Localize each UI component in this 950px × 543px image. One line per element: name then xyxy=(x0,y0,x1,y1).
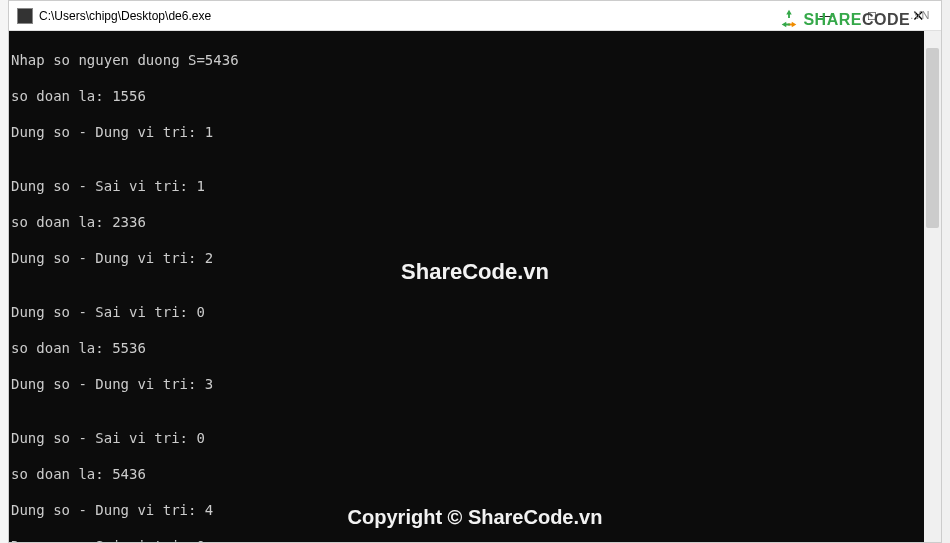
maximize-button[interactable]: □ xyxy=(849,1,895,30)
close-button[interactable]: ✕ xyxy=(895,1,941,30)
console-line: so doan la: 1556 xyxy=(9,87,924,105)
console-output[interactable]: Nhap so nguyen duong S=5436 so doan la: … xyxy=(9,31,924,542)
console-line: Dung so - Sai vi tri: 0 xyxy=(9,303,924,321)
console-line: so doan la: 2336 xyxy=(9,213,924,231)
minimize-button[interactable]: — xyxy=(803,1,849,30)
vertical-scrollbar[interactable] xyxy=(924,31,941,542)
console-line: Dung so - Sai vi tri: 0 xyxy=(9,429,924,447)
console-line: so doan la: 5436 xyxy=(9,465,924,483)
console-line: Dung so - Dung vi tri: 3 xyxy=(9,375,924,393)
console-line: Nhap so nguyen duong S=5436 xyxy=(9,51,924,69)
scrollbar-thumb[interactable] xyxy=(926,48,939,228)
window-title: C:\Users\chipg\Desktop\de6.exe xyxy=(39,9,803,23)
window-controls: — □ ✕ xyxy=(803,1,941,30)
background-edge xyxy=(0,0,8,543)
console-line: Dung so - Sai vi tri: 0 xyxy=(9,537,924,542)
console-window: C:\Users\chipg\Desktop\de6.exe — □ ✕ Nha… xyxy=(8,0,942,543)
console-line: so doan la: 5536 xyxy=(9,339,924,357)
app-icon xyxy=(17,8,33,24)
console-line: Dung so - Sai vi tri: 1 xyxy=(9,177,924,195)
console-line: Dung so - Dung vi tri: 2 xyxy=(9,249,924,267)
console-line: Dung so - Dung vi tri: 4 xyxy=(9,501,924,519)
titlebar[interactable]: C:\Users\chipg\Desktop\de6.exe — □ ✕ xyxy=(9,1,941,31)
console-line: Dung so - Dung vi tri: 1 xyxy=(9,123,924,141)
